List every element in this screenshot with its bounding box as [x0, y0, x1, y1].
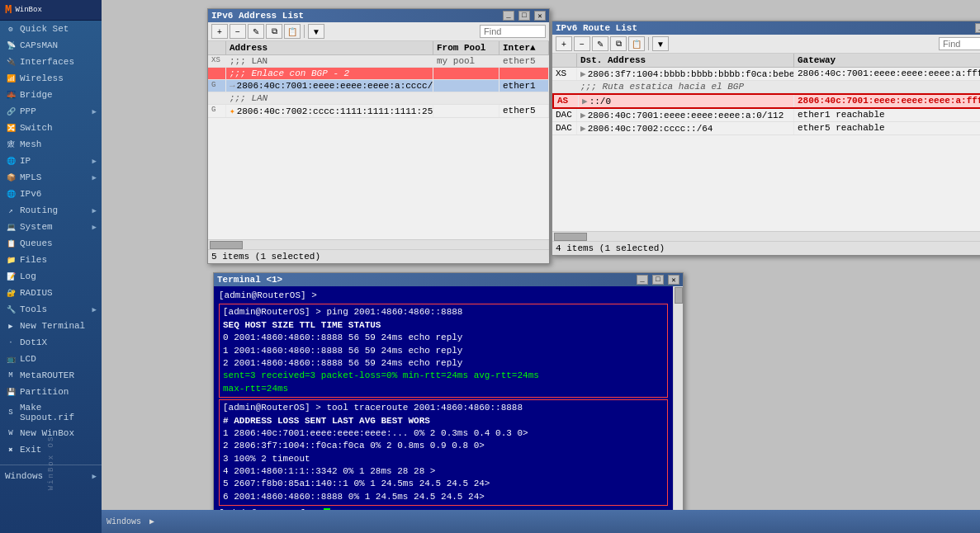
row-interface	[499, 92, 549, 104]
ipv6-route-titlebar[interactable]: IPv6 Route List _ □ ✕	[552, 21, 980, 35]
table-row[interactable]: ;;; LAN	[208, 92, 549, 105]
table-row[interactable]: ;;; Ruta estatica hacia el BGP	[552, 81, 980, 93]
files-icon: 📁	[5, 254, 17, 266]
mpls-icon: 📦	[5, 172, 17, 183]
ipv6-addr-maximize-button[interactable]: □	[518, 11, 530, 21]
ipv6-route-toolbar: + − ✎ ⧉ 📋 ▼ ▼	[552, 35, 980, 54]
ipv6-route-edit-button[interactable]: ✎	[592, 36, 608, 51]
ipv6-addr-remove-button[interactable]: −	[230, 24, 246, 39]
sidebar-item-bridge[interactable]: 🌉 Bridge	[0, 87, 102, 103]
col-dst-address: Dst. Address	[577, 54, 794, 67]
ipv6-addr-close-button[interactable]: ✕	[534, 11, 546, 21]
ipv6-addr-add-button[interactable]: +	[211, 24, 228, 39]
sidebar-item-routing[interactable]: ↗ Routing ▶	[0, 202, 102, 219]
ipv6-route-remove-button[interactable]: −	[574, 36, 590, 51]
row-dst: ▶::/0	[579, 95, 794, 107]
table-row[interactable]: ;;; Enlace con BGP - 2	[208, 68, 549, 80]
sidebar-item-log[interactable]: 📝 Log	[0, 268, 102, 285]
ipv6-route-add-button[interactable]: +	[556, 36, 572, 51]
row-dst: ▶2806:40c:7002:cccc::/64	[577, 122, 794, 134]
sidebar-item-queues[interactable]: 📋 Queues	[0, 235, 102, 252]
sidebar-item-tools[interactable]: 🔧 Tools ▶	[0, 301, 102, 318]
ping-row-1: 1 2001:4860:4860::8888 56 59 24ms echo r…	[223, 345, 664, 357]
table-row[interactable]: G →2806:40c:7001:eeee:eeee:eeee:a:cccc/1…	[208, 80, 549, 92]
table-row[interactable]: XS ;;; LAN my pool ether5	[208, 55, 549, 68]
table-row[interactable]: DAC ▶2806:40c:7002:cccc::/64 ether5 reac…	[552, 122, 980, 135]
switch-icon: 🔀	[5, 122, 17, 134]
sidebar-item-new-terminal[interactable]: ▶ New Terminal	[0, 318, 102, 334]
scrollbar-thumb[interactable]	[554, 233, 587, 241]
bridge-icon: 🌉	[5, 89, 17, 101]
sidebar-item-system[interactable]: 💻 System ▶	[0, 219, 102, 235]
lcd-icon: 📺	[5, 353, 17, 365]
ipv6-addr-filter-button[interactable]: ▼	[308, 24, 324, 39]
row-gateway: 2806:40c:7001:eeee:eeee:eeee:a:ffff	[794, 68, 980, 80]
sidebar-item-ipv6[interactable]: 🌐 IPv6	[0, 186, 102, 202]
terminal-titlebar[interactable]: Terminal <1> _ □ ✕	[214, 273, 683, 286]
sidebar-item-radius[interactable]: 🔐 RADIUS	[0, 285, 102, 301]
ipv6-route-scrollbar-h[interactable]	[552, 231, 980, 241]
interfaces-icon: 🔌	[5, 56, 17, 68]
ipv6-route-paste-button[interactable]: 📋	[628, 36, 645, 51]
row-gateway	[794, 81, 980, 92]
ipv6-route-copy-button[interactable]: ⧉	[610, 36, 627, 51]
log-icon: 📝	[5, 271, 17, 282]
sidebar-item-partition[interactable]: 💾 Partition	[0, 384, 102, 400]
sidebar-item-metarouter[interactable]: M MetaROUTER	[0, 367, 102, 384]
new-winbox-icon: W	[5, 427, 17, 439]
terminal-scrollbar-v[interactable]	[673, 286, 683, 523]
sidebar-item-files[interactable]: 📁 Files	[0, 252, 102, 268]
sidebar-item-mesh[interactable]: 🕸 Mesh	[0, 136, 102, 153]
mesh-icon: 🕸	[5, 139, 17, 150]
scrollbar-thumb-v[interactable]	[675, 287, 683, 304]
sidebar-item-ppp[interactable]: 🔗 PPP ▶	[0, 103, 102, 120]
sidebar-item-lcd[interactable]: 📺 LCD	[0, 351, 102, 367]
sidebar-item-capsman[interactable]: 📡 CAPsMAN	[0, 37, 102, 54]
sidebar-logo: M WinBox	[0, 0, 102, 21]
windows-arrow: ▶	[92, 472, 97, 481]
terminal-close-button[interactable]: ✕	[668, 275, 679, 285]
mikrotik-logo: M	[5, 3, 12, 17]
ipv6-addr-edit-button[interactable]: ✎	[248, 24, 264, 39]
row-gateway: ether5 reachable	[794, 122, 980, 134]
traceroute-row-2: 3 100% 2 timeout	[223, 453, 664, 465]
tools-arrow: ▶	[92, 305, 97, 314]
ipv6-addr-titlebar[interactable]: IPv6 Address List _ □ ✕	[208, 9, 549, 22]
ipv6-addr-title: IPv6 Address List	[211, 11, 499, 21]
sidebar-item-dot1x[interactable]: · Dot1X	[0, 334, 102, 351]
ping-summary: sent=3 received=3 packet-loss=0% min-rtt…	[223, 370, 664, 382]
ipv6-route-minimize-button[interactable]: _	[975, 23, 980, 33]
scrollbar-thumb[interactable]	[210, 241, 243, 249]
sidebar-item-quickset[interactable]: ⚙ Quick Set	[0, 21, 102, 37]
table-row[interactable]: XS ▶2806:3f7:1004:bbbb:bbbb:bbbb:f0ca:be…	[552, 68, 980, 81]
exit-icon: ✖	[5, 444, 17, 455]
row-flag	[208, 68, 226, 79]
ipv6-addr-find-input[interactable]	[480, 25, 546, 38]
ipv6-addr-copy-button[interactable]: ⧉	[266, 24, 282, 39]
col-gateway: Gateway	[794, 54, 980, 67]
row-address: ✦2806:40c:7002:cccc:1111:1111:1111:254/6…	[226, 105, 433, 117]
terminal-window: Terminal <1> _ □ ✕ [admin@RouterOS] > [a…	[213, 272, 684, 524]
traceroute-row-0: 1 2806:40c:7001:eeee:eeee:eeee:... 0% 2 …	[223, 427, 664, 440]
ipv6-route-find-input[interactable]	[939, 37, 980, 50]
sidebar-item-interfaces[interactable]: 🔌 Interfaces	[0, 54, 102, 70]
sidebar-item-ip[interactable]: 🌐 IP ▶	[0, 153, 102, 169]
ipv6-addr-minimize-button[interactable]: _	[503, 11, 514, 21]
table-row[interactable]: AS ▶::/0 2806:40c:7001:eeee:eeee:eeee:a:…	[552, 93, 980, 109]
terminal-minimize-button[interactable]: _	[637, 275, 648, 285]
sidebar-item-mpls[interactable]: 📦 MPLS ▶	[0, 169, 102, 186]
ipv6-addr-scrollbar-h[interactable]	[208, 239, 549, 249]
row-address: ;;; Enlace con BGP - 2	[226, 68, 433, 79]
table-row[interactable]: G ✦2806:40c:7002:cccc:1111:1111:1111:254…	[208, 105, 549, 118]
row-flag: AS	[554, 95, 579, 107]
table-row[interactable]: DAC ▶2806:40c:7001:eeee:eeee:eeee:a:0/11…	[552, 109, 980, 122]
mpls-arrow: ▶	[92, 173, 97, 182]
terminal-content[interactable]: [admin@RouterOS] > [admin@RouterOS] > pi…	[214, 286, 673, 523]
metarouter-icon: M	[5, 370, 17, 381]
ipv6-addr-paste-button[interactable]: 📋	[284, 24, 301, 39]
traceroute-command: [admin@RouterOS] > tool traceroute 2001:…	[223, 402, 664, 414]
sidebar-item-switch[interactable]: 🔀 Switch	[0, 120, 102, 136]
sidebar-item-wireless[interactable]: 📶 Wireless	[0, 70, 102, 87]
ipv6-route-filter-button[interactable]: ▼	[652, 36, 669, 51]
terminal-maximize-button[interactable]: □	[652, 275, 664, 285]
